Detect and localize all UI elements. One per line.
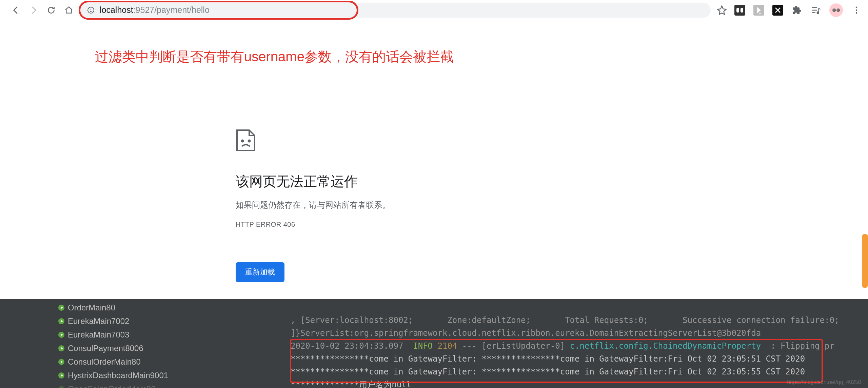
run-item-label: ConsulPayment8006 bbox=[68, 344, 143, 353]
bookmark-star-icon[interactable] bbox=[717, 5, 727, 15]
error-code: HTTP ERROR 406 bbox=[236, 221, 568, 228]
extension-icon-2[interactable] bbox=[753, 5, 764, 16]
run-item-label: ConsulOrderMain80 bbox=[68, 357, 141, 367]
run-configurations-tree: OrderMain80 EurekaMain7002 EurekaMain700… bbox=[0, 299, 287, 388]
console-line: ****************come in GatewayFilter: *… bbox=[291, 367, 805, 376]
run-status-icon bbox=[58, 305, 64, 311]
home-button[interactable] bbox=[63, 4, 75, 16]
svg-point-15 bbox=[249, 140, 250, 142]
extensions-menu-icon[interactable] bbox=[791, 5, 802, 16]
console-line: ]}ServerList:org.springframework.cloud.n… bbox=[291, 328, 761, 338]
console-line: **************用户名为null bbox=[291, 380, 411, 388]
svg-point-2 bbox=[91, 11, 91, 12]
address-bar-wrap: localhost:9527/payment/hello bbox=[81, 3, 711, 18]
console-output[interactable]: , [Server:localhost:8002; Zone:defaultZo… bbox=[287, 299, 868, 388]
run-item[interactable]: ConsulPayment8006 bbox=[58, 342, 287, 355]
run-status-icon bbox=[58, 372, 64, 379]
reload-button[interactable] bbox=[45, 4, 57, 16]
extension-icon-3[interactable] bbox=[772, 5, 783, 16]
extension-icon-1[interactable] bbox=[734, 5, 745, 16]
reload-page-button[interactable]: 重新加载 bbox=[236, 262, 284, 282]
run-item[interactable]: EurekaMain7002 bbox=[58, 314, 287, 328]
console-level: INFO bbox=[413, 341, 433, 351]
svg-rect-4 bbox=[741, 8, 743, 13]
url-text: localhost:9527/payment/hello bbox=[100, 5, 210, 15]
run-item-label: OrderMain80 bbox=[68, 303, 115, 312]
run-status-icon bbox=[58, 332, 64, 338]
svg-point-14 bbox=[242, 140, 243, 142]
run-item[interactable]: OrderMain80 bbox=[58, 301, 287, 314]
console-thread: --- [erListUpdater-0] bbox=[457, 341, 570, 351]
svg-rect-3 bbox=[736, 8, 739, 13]
page-scrollbar[interactable] bbox=[862, 234, 868, 288]
url-path: /payment/hello bbox=[154, 5, 210, 15]
run-status-icon bbox=[58, 386, 64, 388]
run-item[interactable]: HystrixDashboardMain9001 bbox=[58, 369, 287, 382]
run-item-label: EurekaMain7003 bbox=[68, 330, 129, 340]
run-status-icon bbox=[58, 359, 64, 365]
page-content: 过滤类中判断是否有带有username参数，没有的话会被拦截 该网页无法正常运作… bbox=[0, 20, 868, 299]
run-item-label: EurekaMain7002 bbox=[68, 316, 129, 326]
site-info-icon[interactable] bbox=[87, 6, 95, 14]
forward-button[interactable] bbox=[28, 4, 39, 16]
run-item[interactable]: EurekaMain7003 bbox=[58, 328, 287, 342]
console-line: ****************come in GatewayFilter: *… bbox=[291, 354, 805, 364]
error-title: 该网页无法正常运作 bbox=[236, 172, 568, 191]
profile-avatar[interactable] bbox=[829, 3, 843, 17]
extension-icons bbox=[734, 3, 862, 17]
address-bar[interactable]: localhost:9527/payment/hello bbox=[81, 3, 711, 18]
run-item[interactable]: ConsulOrderMain80 bbox=[58, 355, 287, 369]
url-port: :9527 bbox=[133, 5, 155, 15]
console-pid: 2104 bbox=[433, 341, 457, 351]
console-class: c.netflix.config.ChainedDynamicProperty bbox=[570, 341, 766, 351]
run-status-icon bbox=[58, 318, 64, 324]
error-subtitle: 如果问题仍然存在，请与网站所有者联系。 bbox=[236, 200, 568, 210]
console-tail: : Flipping pr bbox=[766, 341, 834, 351]
ide-panel: OrderMain80 EurekaMain7002 EurekaMain700… bbox=[0, 299, 868, 388]
url-host: localhost bbox=[100, 5, 133, 15]
console-line: , [Server:localhost:8002; Zone:defaultZo… bbox=[291, 315, 868, 325]
run-status-icon bbox=[58, 345, 64, 351]
svg-point-13 bbox=[856, 12, 857, 14]
console-ts: 2020-10-02 23:04:33.097 bbox=[291, 341, 413, 351]
reading-list-icon[interactable] bbox=[810, 5, 821, 16]
toolbar-right bbox=[717, 3, 862, 17]
watermark: https://blog.csdn.net/qq_40250 bbox=[787, 379, 861, 385]
run-item-label: OpenFeignOrderMain80 bbox=[68, 384, 156, 388]
avatar-glasses-icon bbox=[832, 8, 840, 12]
svg-point-12 bbox=[856, 9, 857, 11]
annotation-text: 过滤类中判断是否有带有username参数，没有的话会被拦截 bbox=[95, 47, 454, 66]
browser-menu-icon[interactable] bbox=[851, 5, 862, 16]
run-item[interactable]: OpenFeignOrderMain80 bbox=[58, 382, 287, 388]
error-block: 该网页无法正常运作 如果问题仍然存在，请与网站所有者联系。 HTTP ERROR… bbox=[236, 129, 568, 282]
run-item-label: HystrixDashboardMain9001 bbox=[68, 371, 168, 380]
svg-point-11 bbox=[856, 6, 857, 8]
back-button[interactable] bbox=[10, 4, 22, 16]
browser-toolbar: localhost:9527/payment/hello bbox=[0, 0, 868, 20]
svg-point-10 bbox=[817, 12, 819, 14]
sad-page-icon bbox=[236, 129, 256, 152]
